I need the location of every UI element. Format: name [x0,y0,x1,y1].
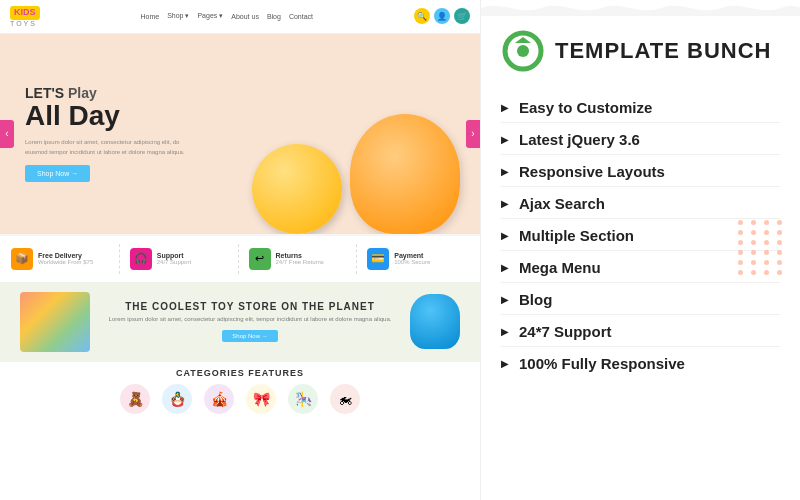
arrow-icon: ▶ [501,262,509,273]
returns-text: Returns 24/7 Free Returns [276,252,324,265]
arrow-icon: ▶ [501,166,509,177]
nav-links: Home Shop ▾ Pages ▾ About us Blog Contac… [140,12,313,20]
feature-easy: Easy to Customize [519,99,652,116]
hero-prev-button[interactable]: ‹ [0,120,14,148]
list-item: ▶ Responsive Layouts [501,157,780,187]
hero-description: Lorem ipsum dolor sit amet, consectetur … [25,138,185,157]
categories-section: CATEGORIES FEATURES 🧸 🪆 🎪 🎀 🎠 🏍 [0,362,480,418]
arrow-icon: ▶ [501,102,509,113]
wave-decoration [481,0,800,16]
hero-title: All Day [25,101,185,132]
hero-content: LET'S Play All Day Lorem ipsum dolor sit… [0,85,210,182]
delivery-icon: 📦 [11,248,33,270]
list-item: ▶ Latest jQuery 3.6 [501,125,780,155]
list-item: ▶ Blog [501,285,780,315]
feature-fully-responsive: 100% Fully Responsive [519,355,685,372]
arrow-icon: ▶ [501,358,509,369]
navbar: KIDS TOYS Home Shop ▾ Pages ▾ About us B… [0,0,480,34]
brand-name: TEMPLATE BUNCH [555,38,771,64]
delivery-title: Free Delivery [38,252,93,259]
cat-bike[interactable]: 🏍 [330,384,360,414]
hero-section: ‹ LET'S Play All Day Lorem ipsum dolor s… [0,34,480,234]
support-title: Support [157,252,191,259]
logo-sub: TOYS [10,20,40,27]
feature-responsive: Responsive Layouts [519,163,665,180]
payment-sub: 100% Secure [394,259,430,265]
fox-toy [350,114,460,234]
arrow-icon: ▶ [501,294,509,305]
feature-multiple: Multiple Section [519,227,634,244]
nav-home[interactable]: Home [140,13,159,20]
banner-shop-button[interactable]: Shop Now → [222,330,277,342]
support-icon: 🎧 [130,248,152,270]
cart-button[interactable]: 🛒 [454,8,470,24]
nav-icons: 🔍 👤 🛒 [414,8,470,24]
feature-mega: Mega Menu [519,259,601,276]
hero-toys [252,114,460,234]
feature-delivery: 📦 Free Delivery Worldwide From $75 [5,244,120,274]
delivery-text: Free Delivery Worldwide From $75 [38,252,93,265]
brand-header: TEMPLATE BUNCH [501,29,780,81]
arrow-icon: ▶ [501,230,509,241]
arrow-icon: ▶ [501,134,509,145]
brand-logo-icon [501,29,545,73]
user-button[interactable]: 👤 [434,8,450,24]
feature-returns: ↩ Returns 24/7 Free Returns [243,244,358,274]
svg-point-1 [517,45,529,57]
right-panel: TEMPLATE BUNCH ▶ Easy to Customize ▶ Lat… [480,0,800,500]
feature-blog: Blog [519,291,552,308]
list-item: ▶ 100% Fully Responsive [501,349,780,378]
arrow-icon: ▶ [501,198,509,209]
cat-ribbon[interactable]: 🎀 [246,384,276,414]
banner-title: THE COOLEST TOY STORE ON THE PLANET [105,301,395,312]
features-strip: 📦 Free Delivery Worldwide From $75 🎧 Sup… [0,234,480,282]
left-panel: KIDS TOYS Home Shop ▾ Pages ▾ About us B… [0,0,480,500]
cat-doll[interactable]: 🪆 [162,384,192,414]
feature-ajax: Ajax Search [519,195,605,212]
search-button[interactable]: 🔍 [414,8,430,24]
banner-toys [20,292,90,352]
shop-now-button[interactable]: Shop Now → [25,165,90,182]
support-text: Support 24/7 Support [157,252,191,265]
list-item: ▶ 24*7 Support [501,317,780,347]
payment-icon: 💳 [367,248,389,270]
lion-toy [252,144,342,234]
hero-next-button[interactable]: › [466,120,480,148]
returns-sub: 24/7 Free Returns [276,259,324,265]
nav-shop[interactable]: Shop ▾ [167,12,189,20]
nav-pages[interactable]: Pages ▾ [197,12,223,20]
returns-icon: ↩ [249,248,271,270]
list-item: ▶ Easy to Customize [501,93,780,123]
cat-carousel[interactable]: 🎠 [288,384,318,414]
list-item: ▶ Ajax Search [501,189,780,219]
banner-desc: Lorem ipsum dolor sit amet, consectetur … [105,315,395,324]
feature-jquery: Latest jQuery 3.6 [519,131,640,148]
nav-about[interactable]: About us [231,13,259,20]
payment-text: Payment 100% Secure [394,252,430,265]
cat-bear[interactable]: 🧸 [120,384,150,414]
nav-contact[interactable]: Contact [289,13,313,20]
feature-support: 🎧 Support 24/7 Support [124,244,239,274]
logo-text: KIDS [10,6,40,20]
cat-circus[interactable]: 🎪 [204,384,234,414]
feature-payment: 💳 Payment 100% Secure [361,244,475,274]
arrow-icon: ▶ [501,326,509,337]
nav-blog[interactable]: Blog [267,13,281,20]
payment-title: Payment [394,252,430,259]
categories-title: CATEGORIES FEATURES [10,368,470,378]
banner-section: THE COOLEST TOY STORE ON THE PLANET Lore… [0,282,480,362]
category-icons: 🧸 🪆 🎪 🎀 🎠 🏍 [10,384,470,414]
returns-title: Returns [276,252,324,259]
feature-support: 24*7 Support [519,323,612,340]
banner-content: THE COOLEST TOY STORE ON THE PLANET Lore… [105,301,395,342]
delivery-sub: Worldwide From $75 [38,259,93,265]
dot-pattern: // Will render dots via JS below [738,220,785,275]
bucket-toy [410,294,460,349]
support-sub: 24/7 Support [157,259,191,265]
logo: KIDS TOYS [10,6,40,27]
hero-lets: LET'S Play [25,85,185,101]
